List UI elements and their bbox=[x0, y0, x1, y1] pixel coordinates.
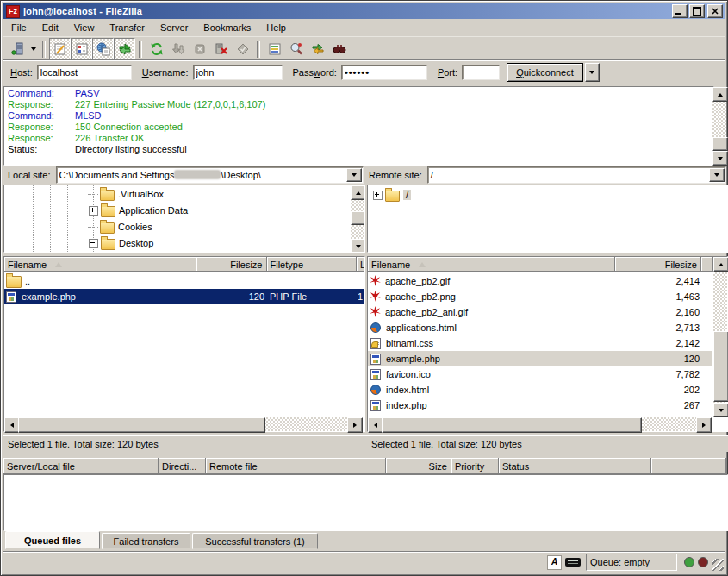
filter-button[interactable] bbox=[264, 38, 285, 59]
menu-server[interactable]: Server bbox=[152, 20, 196, 35]
expand-plus-icon[interactable] bbox=[373, 191, 383, 200]
port-input[interactable] bbox=[462, 65, 500, 80]
process-queue-button[interactable] bbox=[167, 38, 189, 59]
column-size[interactable]: Size bbox=[386, 458, 451, 474]
tree-item-cookies[interactable]: Cookies bbox=[88, 219, 152, 235]
find-files-button[interactable] bbox=[328, 38, 350, 59]
tab-queued-files[interactable]: Queued files bbox=[5, 531, 100, 549]
remote-vscrollbar[interactable] bbox=[713, 257, 727, 416]
file-row-example-php[interactable]: example.php120 bbox=[368, 351, 712, 366]
file-row[interactable]: bitnami.css2,142 bbox=[368, 335, 712, 351]
scroll-down-button[interactable] bbox=[351, 239, 365, 253]
local-path-combo[interactable]: C:\Documents and Settings\Desktop\ bbox=[56, 166, 364, 184]
remote-path-dropdown[interactable] bbox=[709, 168, 725, 182]
tree-item-root[interactable]: / bbox=[373, 187, 411, 203]
collapse-minus-icon[interactable] bbox=[89, 239, 98, 248]
column-status[interactable]: Status bbox=[499, 458, 651, 474]
remote-hscrollbar[interactable] bbox=[368, 417, 712, 431]
toggle-remote-tree-button[interactable] bbox=[92, 38, 114, 59]
menu-view[interactable]: View bbox=[66, 20, 103, 35]
scroll-up-button[interactable] bbox=[351, 185, 365, 200]
scroll-up-button[interactable] bbox=[712, 87, 728, 102]
directory-comparison-button[interactable] bbox=[285, 38, 307, 59]
tree-item-virtualbox[interactable]: .VirtualBox bbox=[88, 186, 164, 202]
html-file-icon bbox=[370, 385, 381, 395]
file-row[interactable]: apache_pb2.png1,463 bbox=[368, 289, 712, 304]
local-path-dropdown[interactable] bbox=[346, 168, 362, 182]
menu-file[interactable]: File bbox=[3, 20, 34, 35]
toggle-local-tree-button[interactable] bbox=[71, 38, 92, 59]
column-filesize[interactable]: Filesize bbox=[196, 257, 267, 272]
column-server-local-file[interactable]: Server/Local file bbox=[3, 458, 159, 474]
host-input[interactable] bbox=[37, 65, 132, 80]
remote-path-combo[interactable]: / bbox=[427, 166, 726, 184]
scrollbar-thumb[interactable] bbox=[18, 417, 265, 433]
tree-line bbox=[33, 185, 34, 252]
scroll-down-button[interactable] bbox=[713, 403, 728, 417]
site-manager-button[interactable] bbox=[7, 38, 28, 59]
scroll-down-button[interactable] bbox=[712, 151, 728, 166]
scroll-right-button[interactable] bbox=[696, 417, 712, 433]
synchronized-browsing-button[interactable] bbox=[307, 38, 328, 59]
file-row[interactable]: index.html202 bbox=[368, 382, 712, 398]
password-input[interactable] bbox=[341, 65, 427, 80]
resize-grip[interactable] bbox=[712, 559, 724, 571]
quickconnect-dropdown[interactable] bbox=[585, 63, 600, 82]
file-row[interactable]: favicon.ico7,782 bbox=[368, 366, 712, 382]
toggle-message-log-button[interactable] bbox=[49, 38, 71, 59]
remote-file-list[interactable]: Filename Filesize apache_pb2.gif2,414 ap… bbox=[367, 256, 728, 432]
directory-listing-button[interactable] bbox=[232, 38, 253, 59]
refresh-button[interactable] bbox=[146, 38, 167, 59]
tab-failed-transfers[interactable]: Failed transfers bbox=[102, 533, 190, 549]
username-input[interactable] bbox=[193, 65, 283, 80]
file-row[interactable]: applications.html2,713 bbox=[368, 320, 712, 335]
file-row[interactable]: apache_pb2.gif2,414 bbox=[368, 273, 712, 289]
menu-transfer[interactable]: Transfer bbox=[102, 20, 152, 35]
column-filetype[interactable]: Filetype bbox=[267, 257, 358, 272]
cancel-button[interactable] bbox=[189, 38, 210, 59]
scrollbar-thumb[interactable] bbox=[351, 211, 365, 225]
quickconnect-button[interactable]: Quickconnect bbox=[507, 63, 583, 82]
speed-limit-icon[interactable] bbox=[565, 558, 581, 567]
column-direction[interactable]: Directi... bbox=[159, 458, 206, 474]
column-filesize[interactable]: Filesize bbox=[615, 257, 701, 272]
disconnect-button[interactable] bbox=[210, 38, 232, 59]
transfer-type-ascii-icon[interactable]: A bbox=[547, 555, 562, 570]
file-row-parent-dir[interactable]: .. bbox=[4, 273, 364, 289]
local-file-list[interactable]: Filename Filesize Filetype L .. example.… bbox=[3, 256, 365, 432]
tree-item-application-data[interactable]: Application Data bbox=[89, 203, 188, 218]
column-remote-file[interactable]: Remote file bbox=[206, 458, 386, 474]
log-scrollbar[interactable] bbox=[712, 87, 726, 164]
local-hscrollbar[interactable] bbox=[4, 417, 363, 431]
maximize-button[interactable] bbox=[689, 4, 705, 18]
column-priority[interactable]: Priority bbox=[451, 458, 499, 474]
queue-list[interactable] bbox=[3, 474, 728, 531]
file-row[interactable]: apache_pb2_ani.gif2,160 bbox=[368, 304, 712, 320]
menu-help[interactable]: Help bbox=[258, 20, 294, 35]
tab-successful-transfers[interactable]: Successful transfers (1) bbox=[192, 533, 318, 549]
tree-item-desktop[interactable]: Desktop bbox=[89, 235, 153, 251]
column-last-modified[interactable]: L bbox=[357, 257, 364, 272]
menu-edit[interactable]: Edit bbox=[34, 20, 66, 35]
message-log[interactable]: Command:PASV Response:227 Entering Passi… bbox=[3, 86, 714, 166]
column-filename[interactable]: Filename bbox=[368, 257, 615, 272]
close-button[interactable] bbox=[707, 4, 723, 18]
file-row[interactable]: index.php267 bbox=[368, 398, 712, 413]
scroll-up-button[interactable] bbox=[713, 257, 728, 272]
scrollbar-thumb[interactable] bbox=[712, 137, 728, 151]
local-directory-tree[interactable]: .VirtualBox Application Data Cookies Des… bbox=[3, 185, 365, 253]
scrollbar-thumb[interactable] bbox=[382, 417, 642, 433]
host-label: Host: bbox=[10, 67, 33, 78]
expand-plus-icon[interactable] bbox=[89, 206, 98, 216]
scroll-right-button[interactable] bbox=[347, 417, 363, 433]
title-bar[interactable]: Fz john@localhost - FileZilla bbox=[3, 3, 725, 19]
file-row-example-php[interactable]: example.php 120 PHP File 1 bbox=[4, 289, 364, 304]
local-tree-scrollbar[interactable] bbox=[351, 185, 364, 252]
menu-bookmarks[interactable]: Bookmarks bbox=[196, 20, 258, 35]
minimize-button[interactable] bbox=[672, 4, 688, 18]
remote-directory-tree[interactable]: / bbox=[367, 185, 728, 253]
scrollbar-thumb[interactable] bbox=[713, 331, 728, 402]
column-filename[interactable]: Filename bbox=[4, 257, 196, 272]
site-manager-dropdown[interactable] bbox=[28, 40, 39, 58]
toggle-transfer-queue-button[interactable] bbox=[114, 38, 135, 59]
